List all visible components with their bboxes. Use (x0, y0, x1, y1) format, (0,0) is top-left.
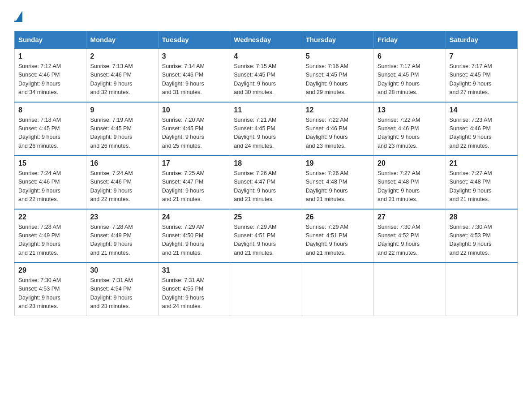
day-number: 5 (306, 52, 370, 60)
day-info: Sunrise: 7:17 AMSunset: 4:45 PMDaylight:… (450, 62, 514, 97)
calendar-cell: 26 Sunrise: 7:29 AMSunset: 4:51 PMDaylig… (302, 209, 373, 263)
day-info: Sunrise: 7:27 AMSunset: 4:48 PMDaylight:… (450, 169, 514, 204)
day-number: 26 (306, 213, 370, 221)
day-info: Sunrise: 7:30 AMSunset: 4:53 PMDaylight:… (18, 276, 82, 311)
day-info: Sunrise: 7:29 AMSunset: 4:51 PMDaylight:… (306, 223, 370, 258)
day-info: Sunrise: 7:18 AMSunset: 4:45 PMDaylight:… (18, 116, 82, 151)
calendar-cell: 19 Sunrise: 7:26 AMSunset: 4:48 PMDaylig… (302, 155, 373, 209)
day-number: 10 (162, 106, 226, 114)
calendar-week-1: 1 Sunrise: 7:12 AMSunset: 4:46 PMDayligh… (15, 48, 518, 102)
day-info: Sunrise: 7:22 AMSunset: 4:46 PMDaylight:… (378, 116, 442, 151)
day-info: Sunrise: 7:23 AMSunset: 4:46 PMDaylight:… (450, 116, 514, 151)
day-number: 15 (18, 159, 82, 167)
day-info: Sunrise: 7:15 AMSunset: 4:45 PMDaylight:… (234, 62, 298, 97)
day-number: 25 (234, 213, 298, 221)
day-info: Sunrise: 7:30 AMSunset: 4:52 PMDaylight:… (378, 223, 442, 258)
day-info: Sunrise: 7:28 AMSunset: 4:49 PMDaylight:… (90, 223, 154, 258)
day-number: 4 (234, 52, 298, 60)
calendar-cell: 21 Sunrise: 7:27 AMSunset: 4:48 PMDaylig… (446, 155, 517, 209)
calendar-cell: 17 Sunrise: 7:25 AMSunset: 4:47 PMDaylig… (158, 155, 230, 209)
day-number: 30 (90, 266, 154, 274)
day-number: 11 (234, 106, 298, 114)
day-number: 22 (18, 213, 82, 221)
calendar-cell: 9 Sunrise: 7:19 AMSunset: 4:45 PMDayligh… (86, 102, 158, 156)
day-info: Sunrise: 7:31 AMSunset: 4:54 PMDaylight:… (90, 276, 154, 311)
day-info: Sunrise: 7:25 AMSunset: 4:47 PMDaylight:… (162, 169, 226, 204)
calendar-cell: 24 Sunrise: 7:29 AMSunset: 4:50 PMDaylig… (158, 209, 230, 263)
day-number: 21 (450, 159, 514, 167)
day-info: Sunrise: 7:19 AMSunset: 4:45 PMDaylight:… (90, 116, 154, 151)
calendar-cell: 20 Sunrise: 7:27 AMSunset: 4:48 PMDaylig… (374, 155, 446, 209)
day-info: Sunrise: 7:28 AMSunset: 4:49 PMDaylight:… (18, 223, 82, 258)
calendar-cell: 4 Sunrise: 7:15 AMSunset: 4:45 PMDayligh… (230, 48, 302, 102)
col-header-friday: Friday (374, 31, 446, 49)
calendar-cell: 18 Sunrise: 7:26 AMSunset: 4:47 PMDaylig… (230, 155, 302, 209)
calendar-cell: 22 Sunrise: 7:28 AMSunset: 4:49 PMDaylig… (15, 209, 86, 263)
calendar-cell (302, 262, 373, 316)
calendar-cell: 3 Sunrise: 7:14 AMSunset: 4:46 PMDayligh… (158, 48, 230, 102)
day-number: 14 (450, 106, 514, 114)
day-number: 12 (306, 106, 370, 114)
calendar-cell: 25 Sunrise: 7:29 AMSunset: 4:51 PMDaylig… (230, 209, 302, 263)
day-info: Sunrise: 7:22 AMSunset: 4:46 PMDaylight:… (306, 116, 370, 151)
day-number: 27 (378, 213, 442, 221)
day-info: Sunrise: 7:12 AMSunset: 4:46 PMDaylight:… (18, 62, 82, 97)
day-info: Sunrise: 7:14 AMSunset: 4:46 PMDaylight:… (162, 62, 226, 97)
day-info: Sunrise: 7:27 AMSunset: 4:48 PMDaylight:… (378, 169, 442, 204)
day-info: Sunrise: 7:24 AMSunset: 4:46 PMDaylight:… (90, 169, 154, 204)
calendar-week-5: 29 Sunrise: 7:30 AMSunset: 4:53 PMDaylig… (15, 262, 518, 316)
logo (14, 11, 22, 22)
day-number: 23 (90, 213, 154, 221)
logo-triangle-icon (16, 11, 22, 21)
page-header (14, 11, 518, 22)
calendar-header-row: SundayMondayTuesdayWednesdayThursdayFrid… (15, 31, 518, 49)
day-info: Sunrise: 7:29 AMSunset: 4:51 PMDaylight:… (234, 223, 298, 258)
calendar-week-4: 22 Sunrise: 7:28 AMSunset: 4:49 PMDaylig… (15, 209, 518, 263)
day-number: 31 (162, 266, 226, 274)
calendar-cell: 7 Sunrise: 7:17 AMSunset: 4:45 PMDayligh… (446, 48, 517, 102)
col-header-saturday: Saturday (446, 31, 517, 49)
day-info: Sunrise: 7:16 AMSunset: 4:45 PMDaylight:… (306, 62, 370, 97)
col-header-monday: Monday (86, 31, 158, 49)
day-number: 8 (18, 106, 82, 114)
calendar-cell: 30 Sunrise: 7:31 AMSunset: 4:54 PMDaylig… (86, 262, 158, 316)
day-info: Sunrise: 7:30 AMSunset: 4:53 PMDaylight:… (450, 223, 514, 258)
day-info: Sunrise: 7:29 AMSunset: 4:50 PMDaylight:… (162, 223, 226, 258)
day-info: Sunrise: 7:20 AMSunset: 4:45 PMDaylight:… (162, 116, 226, 151)
calendar-cell: 6 Sunrise: 7:17 AMSunset: 4:45 PMDayligh… (374, 48, 446, 102)
day-number: 24 (162, 213, 226, 221)
day-info: Sunrise: 7:31 AMSunset: 4:55 PMDaylight:… (162, 276, 226, 311)
day-number: 13 (378, 106, 442, 114)
day-number: 2 (90, 52, 154, 60)
day-info: Sunrise: 7:13 AMSunset: 4:46 PMDaylight:… (90, 62, 154, 97)
calendar-cell: 5 Sunrise: 7:16 AMSunset: 4:45 PMDayligh… (302, 48, 373, 102)
calendar-cell: 29 Sunrise: 7:30 AMSunset: 4:53 PMDaylig… (15, 262, 86, 316)
calendar-cell: 16 Sunrise: 7:24 AMSunset: 4:46 PMDaylig… (86, 155, 158, 209)
day-number: 28 (450, 213, 514, 221)
calendar-cell: 11 Sunrise: 7:21 AMSunset: 4:45 PMDaylig… (230, 102, 302, 156)
day-number: 1 (18, 52, 82, 60)
calendar-cell (446, 262, 517, 316)
day-number: 9 (90, 106, 154, 114)
day-number: 20 (378, 159, 442, 167)
calendar-cell: 31 Sunrise: 7:31 AMSunset: 4:55 PMDaylig… (158, 262, 230, 316)
day-number: 6 (378, 52, 442, 60)
day-info: Sunrise: 7:17 AMSunset: 4:45 PMDaylight:… (378, 62, 442, 97)
day-number: 19 (306, 159, 370, 167)
day-info: Sunrise: 7:26 AMSunset: 4:47 PMDaylight:… (234, 169, 298, 204)
calendar-cell: 27 Sunrise: 7:30 AMSunset: 4:52 PMDaylig… (374, 209, 446, 263)
calendar-table: SundayMondayTuesdayWednesdayThursdayFrid… (14, 31, 518, 316)
day-info: Sunrise: 7:24 AMSunset: 4:46 PMDaylight:… (18, 169, 82, 204)
day-number: 29 (18, 266, 82, 274)
col-header-thursday: Thursday (302, 31, 373, 49)
day-number: 18 (234, 159, 298, 167)
calendar-cell: 2 Sunrise: 7:13 AMSunset: 4:46 PMDayligh… (86, 48, 158, 102)
calendar-week-3: 15 Sunrise: 7:24 AMSunset: 4:46 PMDaylig… (15, 155, 518, 209)
calendar-cell: 23 Sunrise: 7:28 AMSunset: 4:49 PMDaylig… (86, 209, 158, 263)
calendar-cell (230, 262, 302, 316)
calendar-cell: 28 Sunrise: 7:30 AMSunset: 4:53 PMDaylig… (446, 209, 517, 263)
day-info: Sunrise: 7:21 AMSunset: 4:45 PMDaylight:… (234, 116, 298, 151)
calendar-cell: 15 Sunrise: 7:24 AMSunset: 4:46 PMDaylig… (15, 155, 86, 209)
calendar-cell: 14 Sunrise: 7:23 AMSunset: 4:46 PMDaylig… (446, 102, 517, 156)
day-info: Sunrise: 7:26 AMSunset: 4:48 PMDaylight:… (306, 169, 370, 204)
